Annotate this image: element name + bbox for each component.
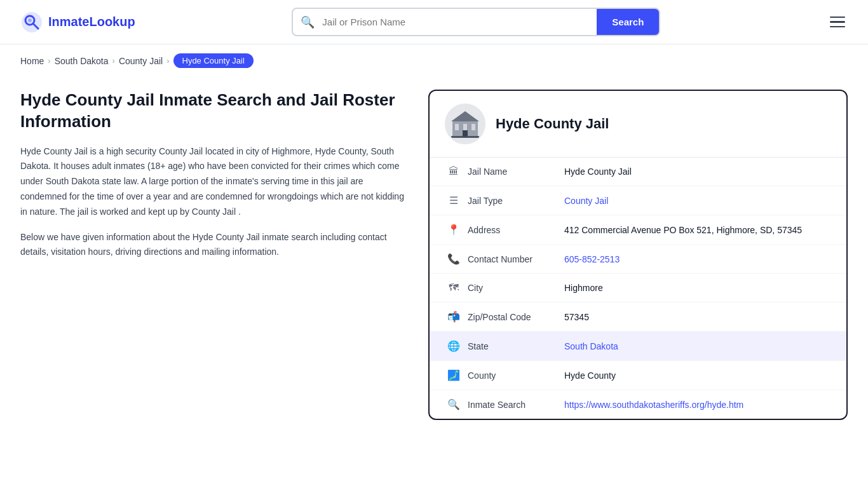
breadcrumb-sep-2: ›: [112, 56, 115, 65]
breadcrumb-sep-1: ›: [48, 56, 50, 65]
hamburger-menu[interactable]: [827, 14, 848, 30]
state-link[interactable]: South Dakota: [564, 341, 618, 351]
table-row: 📞 Contact Number 605-852-2513: [430, 245, 846, 274]
row-label: Jail Type: [463, 196, 564, 206]
row-label: State: [463, 341, 564, 351]
main-content: Hyde County Jail Inmate Search and Jail …: [0, 77, 868, 445]
hamburger-line-1: [830, 17, 845, 18]
table-row-state: 🌐 State South Dakota: [430, 332, 846, 361]
breadcrumb-sep-3: ›: [166, 56, 169, 65]
table-row: 📍 Address 412 Commercial Avenue PO Box 5…: [430, 215, 846, 245]
search-button[interactable]: Search: [597, 9, 659, 35]
logo-link[interactable]: InmateLookup: [20, 11, 135, 34]
breadcrumb-type[interactable]: County Jail: [119, 56, 163, 66]
row-value: County Jail: [564, 196, 831, 206]
logo-icon: [20, 11, 43, 34]
table-row: ☰ Jail Type County Jail: [430, 186, 846, 215]
search-area: 🔍 Search: [151, 8, 802, 36]
page-desc-2: Below we have given information about th…: [20, 230, 408, 261]
row-value: South Dakota: [564, 341, 831, 351]
county-icon: 🗾: [445, 369, 463, 381]
row-value: 57345: [564, 312, 831, 322]
table-row: 🗾 County Hyde County: [430, 361, 846, 390]
building-icon: 🏛: [445, 166, 463, 177]
search-input[interactable]: [322, 10, 597, 34]
row-label: City: [463, 283, 564, 293]
header: InmateLookup 🔍 Search: [0, 0, 868, 44]
row-label: Jail Name: [463, 166, 564, 177]
courthouse-icon: [450, 109, 480, 139]
breadcrumb-state[interactable]: South Dakota: [55, 56, 109, 66]
card-title: Hyde County Jail: [496, 116, 609, 132]
globe-icon: 🌐: [445, 340, 463, 352]
hamburger-line-2: [830, 21, 845, 23]
phone-icon: 📞: [445, 253, 463, 265]
svg-rect-6: [463, 124, 467, 130]
table-row: 🗺 City Highmore: [430, 274, 846, 302]
row-value: 412 Commercial Avenue PO Box 521, Highmo…: [564, 225, 831, 235]
zip-icon: 📬: [445, 311, 463, 323]
hamburger-line-3: [830, 26, 845, 28]
info-card: Hyde County Jail 🏛 Jail Name Hyde County…: [428, 90, 848, 420]
search-globe-icon: 🔍: [445, 398, 463, 410]
card-header: Hyde County Jail: [430, 91, 846, 158]
inmate-search-link[interactable]: https://www.southdakotasheriffs.org/hyde…: [564, 400, 743, 410]
phone-link[interactable]: 605-852-2513: [564, 254, 620, 264]
row-value: Hyde County Jail: [564, 166, 831, 177]
row-value: Highmore: [564, 283, 831, 293]
logo-text: InmateLookup: [48, 15, 135, 29]
row-label: Zip/Postal Code: [463, 312, 564, 322]
svg-point-0: [22, 12, 42, 32]
svg-marker-8: [451, 111, 479, 121]
row-label: Inmate Search: [463, 400, 564, 410]
row-label: County: [463, 370, 564, 381]
svg-point-3: [28, 18, 32, 22]
table-row-inmate-search: 🔍 Inmate Search https://www.southdakotas…: [430, 390, 846, 419]
info-table: 🏛 Jail Name Hyde County Jail ☰ Jail Type…: [430, 158, 846, 419]
page-desc-1: Hyde County Jail is a high security Coun…: [20, 144, 408, 220]
search-bar-icon: 🔍: [293, 15, 322, 29]
breadcrumb-home[interactable]: Home: [20, 56, 44, 66]
pin-icon: 📍: [445, 224, 463, 236]
table-row: 📬 Zip/Postal Code 57345: [430, 302, 846, 332]
row-value: Hyde County: [564, 370, 831, 381]
page-title: Hyde County Jail Inmate Search and Jail …: [20, 90, 408, 133]
breadcrumb: Home › South Dakota › County Jail › Hyde…: [0, 44, 868, 77]
row-value: 605-852-2513: [564, 254, 831, 264]
svg-rect-5: [455, 124, 459, 130]
left-content: Hyde County Jail Inmate Search and Jail …: [20, 90, 428, 420]
card-logo: [445, 104, 485, 144]
list-icon: ☰: [445, 194, 463, 207]
row-label: Address: [463, 225, 564, 235]
row-label: Contact Number: [463, 254, 564, 264]
svg-rect-7: [471, 124, 475, 130]
city-icon: 🗺: [445, 282, 463, 294]
search-bar: 🔍 Search: [292, 8, 660, 36]
jail-type-link[interactable]: County Jail: [564, 196, 608, 206]
table-row: 🏛 Jail Name Hyde County Jail: [430, 158, 846, 186]
row-value: https://www.southdakotasheriffs.org/hyde…: [564, 400, 831, 410]
breadcrumb-current: Hyde County Jail: [173, 53, 254, 68]
svg-rect-10: [463, 130, 468, 137]
